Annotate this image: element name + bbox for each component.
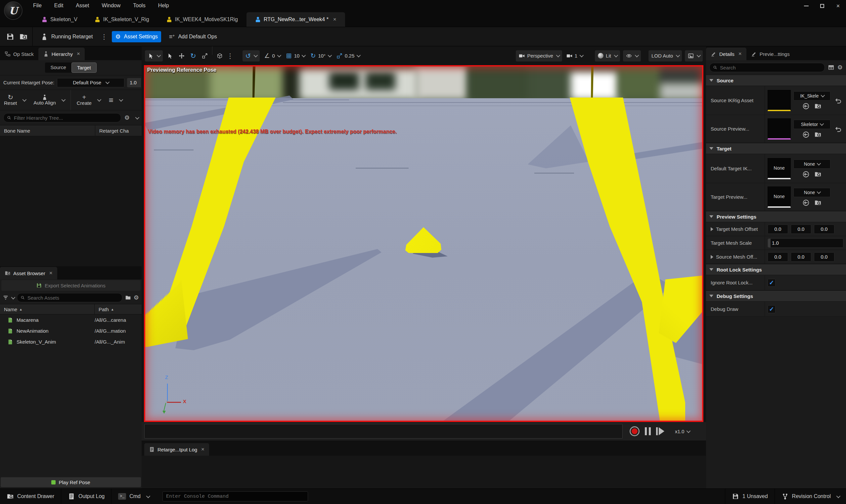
retarget-pose-dropdown[interactable]: Default Pose: [57, 78, 124, 87]
source-toggle-button[interactable]: Source: [45, 62, 71, 73]
play-ref-pose-button[interactable]: Play Ref Pose: [1, 477, 141, 487]
use-selected-asset-icon[interactable]: [802, 131, 810, 138]
pause-button[interactable]: [645, 427, 651, 435]
tab-rtg-retargeter-week4[interactable]: RTG_NewRe...ter_Week4 * ×: [246, 12, 345, 27]
details-close-icon[interactable]: ×: [739, 51, 742, 57]
screenshot-dropdown[interactable]: [685, 50, 703, 61]
browse-to-asset-icon[interactable]: [19, 32, 28, 41]
orbit-mode-dropdown[interactable]: ↺: [243, 50, 260, 61]
asset-settings-button[interactable]: ⚙ Asset Settings: [112, 31, 161, 42]
grid-snap-button[interactable]: 10: [284, 53, 306, 59]
asset-browser-close-icon[interactable]: ×: [49, 270, 53, 276]
auto-align-chevron-icon[interactable]: [61, 97, 66, 102]
menu-asset[interactable]: Asset: [76, 3, 89, 8]
asset-search-input[interactable]: [28, 295, 119, 301]
export-selected-animations-button[interactable]: Export Selected Animations: [1, 280, 140, 291]
column-bone-name[interactable]: Bone Name: [0, 125, 95, 136]
content-drawer-button[interactable]: Content Drawer: [0, 489, 61, 504]
cmd-dropdown[interactable]: >_ Cmd: [111, 489, 156, 504]
asset-row-newanimation[interactable]: NewAnimation /All/G...mation: [0, 325, 142, 336]
expand-triangle-icon[interactable]: [711, 227, 713, 231]
auto-align-button[interactable]: Auto Align: [33, 94, 56, 106]
asset-row-macarena[interactable]: Macarena /All/G...carena: [0, 314, 142, 325]
menu-help[interactable]: Help: [158, 3, 169, 8]
default-target-ik-dropdown[interactable]: None: [793, 159, 830, 169]
menu-tools[interactable]: Tools: [133, 3, 145, 8]
section-source[interactable]: Source: [706, 75, 846, 86]
viewport-3d[interactable]: Previewing Reference Pose Video memory h…: [144, 65, 703, 422]
folder-icon[interactable]: [125, 295, 131, 301]
tab-details[interactable]: Details ×: [706, 48, 746, 60]
tab-preview-settings[interactable]: Previe...ttings: [746, 48, 794, 60]
scale-snap-button[interactable]: 0.25: [335, 53, 361, 59]
hierarchy-tree-body[interactable]: [0, 136, 142, 266]
use-selected-asset-icon[interactable]: [802, 199, 810, 206]
tab-skeleton-v[interactable]: Skeleton_V: [33, 12, 86, 27]
perspective-dropdown[interactable]: Perspective: [516, 50, 562, 61]
running-retarget-button[interactable]: Running Retarget: [37, 31, 96, 43]
asset-thumbnail[interactable]: [768, 90, 791, 111]
source-offset-z-field[interactable]: 0.0: [814, 252, 834, 262]
source-offset-x-field[interactable]: 0.0: [768, 252, 788, 262]
details-search-input[interactable]: [720, 65, 821, 70]
save-icon[interactable]: [6, 32, 15, 41]
reset-to-default-icon[interactable]: [834, 97, 842, 104]
filter-funnel-icon[interactable]: [3, 295, 8, 301]
menu-file[interactable]: File: [33, 3, 42, 8]
debug-draw-checkbox[interactable]: ✓: [768, 305, 776, 313]
tab-asset-browser[interactable]: Asset Browser ×: [0, 267, 57, 280]
view-mode-dropdown[interactable]: Lit: [595, 50, 620, 61]
hierarchy-filter-input[interactable]: [14, 115, 118, 121]
show-flags-dropdown[interactable]: [623, 50, 641, 61]
rotation-snap-button[interactable]: ↻ 10°: [309, 53, 332, 59]
timeline-scrubber[interactable]: [144, 424, 623, 438]
retarget-options-kebab-icon[interactable]: ⋮: [101, 33, 107, 41]
column-name[interactable]: Name ▲: [0, 304, 94, 314]
log-tab-close-icon[interactable]: ×: [201, 446, 205, 453]
source-offset-y-field[interactable]: 0.0: [791, 252, 811, 262]
expand-triangle-icon[interactable]: [711, 255, 713, 259]
tab-op-stack[interactable]: Op Stack: [0, 48, 38, 60]
details-settings-gear-icon[interactable]: ⚙: [838, 65, 843, 70]
move-tool-button[interactable]: [177, 53, 186, 59]
target-mesh-scale-field[interactable]: 1.0: [768, 238, 843, 248]
hierarchy-close-icon[interactable]: ×: [77, 51, 80, 57]
hierarchy-settings-gear-icon[interactable]: ⚙: [124, 115, 130, 121]
offset-x-field[interactable]: 0.0: [768, 224, 788, 234]
target-preview-dropdown[interactable]: None: [793, 188, 830, 197]
minimize-button[interactable]: [798, 0, 814, 12]
record-button[interactable]: [630, 426, 639, 436]
lod-dropdown[interactable]: LOD Auto: [649, 50, 682, 61]
section-root-lock[interactable]: Root Lock Settings: [706, 264, 846, 275]
offset-y-field[interactable]: 0.0: [791, 224, 811, 234]
log-panel-body[interactable]: [142, 456, 706, 488]
offset-z-field[interactable]: 0.0: [814, 224, 834, 234]
property-matrix-icon[interactable]: [828, 65, 834, 70]
target-toggle-button[interactable]: Target: [71, 62, 96, 73]
step-forward-button[interactable]: [656, 427, 664, 435]
browse-to-asset-icon[interactable]: [814, 199, 822, 206]
filter-chevron-icon[interactable]: [11, 295, 16, 299]
create-chevron-icon[interactable]: [97, 97, 101, 102]
surface-snap-button[interactable]: ∠ 0: [263, 53, 281, 59]
tab-retarget-output-log[interactable]: Retarge...tput Log ×: [144, 443, 209, 456]
create-button[interactable]: + Create: [77, 94, 92, 106]
browse-to-asset-icon[interactable]: [814, 170, 822, 178]
output-log-button[interactable]: Output Log: [61, 489, 111, 504]
pose-menu-icon[interactable]: ≡: [109, 96, 113, 104]
source-ikrig-dropdown[interactable]: IK_Skele: [793, 91, 830, 101]
tab-ik-week4-motivesk1rig[interactable]: IK_WEEK4_MotiveSK1Rig: [158, 12, 246, 27]
asset-settings-gear-icon[interactable]: ⚙: [134, 295, 139, 301]
rotate-tool-button[interactable]: ↻: [189, 52, 197, 59]
column-retarget-chain[interactable]: Retarget Cha: [95, 125, 142, 136]
tab-ik-skeleton-v-rig[interactable]: IK_Skeleton_V_Rig: [86, 12, 158, 27]
playback-speed-dropdown[interactable]: x1.0: [675, 422, 689, 440]
asset-row-skeleton-v-anim[interactable]: Skeleton_V_Anim /All/G..._Anim: [0, 336, 142, 347]
pose-blend-value[interactable]: 1.0: [127, 78, 141, 87]
menu-window[interactable]: Window: [102, 3, 120, 8]
section-debug[interactable]: Debug Settings: [706, 290, 846, 302]
pose-menu-chevron-icon[interactable]: [119, 97, 123, 102]
source-preview-dropdown[interactable]: Skeletor: [793, 120, 830, 129]
section-preview-settings[interactable]: Preview Settings: [706, 211, 846, 222]
select-tool-button[interactable]: [166, 53, 174, 59]
